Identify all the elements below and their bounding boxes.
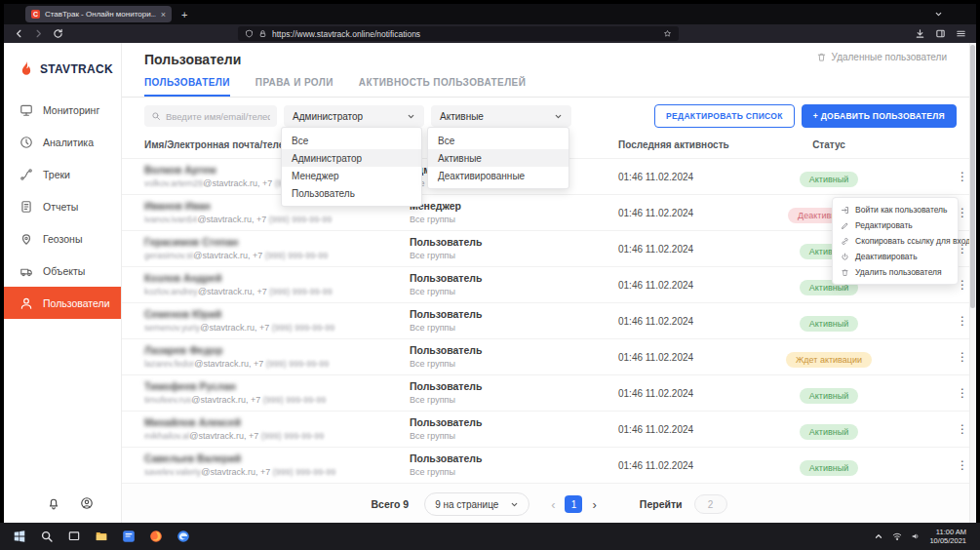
- page-tab[interactable]: АКТИВНОСТЬ ПОЛЬЗОВАТЕЛЕЙ: [359, 77, 526, 97]
- tray-chevron-up-icon[interactable]: [874, 531, 883, 541]
- deleted-users-button[interactable]: Удаленные пользователи: [816, 52, 947, 62]
- dropdown-option[interactable]: Деактивированные: [428, 167, 568, 184]
- edit-list-button[interactable]: РЕДАКТИРОВАТЬ СПИСОК: [654, 104, 795, 128]
- next-page-button[interactable]: ›: [592, 497, 596, 512]
- role-filter-select[interactable]: Администратор: [284, 105, 424, 127]
- user-last-activity: 01:46 11.02.2024: [618, 244, 693, 255]
- sidebar-item[interactable]: Объекты: [4, 255, 121, 287]
- system-tray: 11:00 AM 10/05/2021: [874, 528, 974, 545]
- goto-page-input[interactable]: [694, 494, 727, 514]
- account-icon[interactable]: [80, 496, 94, 510]
- user-last-activity: 01:46 11.02.2024: [618, 352, 693, 363]
- user-role-cell: Пользователь Все группы: [410, 308, 482, 333]
- user-name: Герасимов Степан: [144, 236, 328, 248]
- network-icon[interactable]: [892, 531, 902, 541]
- user-role-cell: Пользователь Все группы: [410, 416, 482, 441]
- downloads-icon[interactable]: [915, 28, 925, 39]
- tab-close-icon[interactable]: ×: [161, 10, 166, 20]
- user-email-domain: @stavtrack.ru, +7: [198, 287, 269, 296]
- row-actions-kebab-icon[interactable]: ⋮: [957, 422, 968, 436]
- app-sidebar: STAVTRACK Мониторинг Аналитика: [4, 43, 122, 523]
- lock-icon[interactable]: [258, 29, 267, 38]
- dropdown-option[interactable]: Все: [428, 132, 568, 149]
- row-actions-kebab-icon[interactable]: ⋮: [957, 314, 968, 328]
- user-phone-blurred: (999) 999-99-99: [265, 251, 329, 260]
- task-view-button[interactable]: [60, 523, 88, 550]
- site-favicon: С: [31, 10, 40, 19]
- context-menu-item[interactable]: Деактивировать: [833, 249, 958, 264]
- chat-app-button[interactable]: [115, 523, 142, 550]
- role-filter-dropdown: Все Администратор Менеджер Пользователь: [281, 127, 422, 207]
- context-menu-icon: [841, 237, 849, 246]
- user-name: Козлов Андрей: [144, 272, 333, 284]
- row-actions-kebab-icon[interactable]: ⋮: [957, 350, 968, 364]
- taskbar-clock[interactable]: 11:00 AM 10/05/2021: [929, 528, 966, 545]
- volume-icon[interactable]: [911, 531, 921, 541]
- context-menu-item[interactable]: Удалить пользователя: [833, 264, 958, 280]
- prev-page-button[interactable]: ‹: [551, 497, 555, 512]
- status-filter-value: Активные: [440, 111, 484, 122]
- url-bar[interactable]: https://www.stavtrack.online/notificatio…: [238, 26, 679, 41]
- forward-icon[interactable]: [33, 28, 44, 39]
- sidebar-item[interactable]: Мониторинг: [4, 94, 121, 126]
- file-explorer-button[interactable]: [88, 523, 115, 550]
- sidebar-item[interactable]: Геозоны: [4, 222, 121, 255]
- user-email-blurred: timofeev.rus: [144, 395, 191, 405]
- user-phone-blurred: (999) 999-99-99: [269, 215, 333, 224]
- dropdown-option[interactable]: Администратор: [282, 149, 421, 167]
- taskbar-search-button[interactable]: [33, 523, 60, 550]
- shield-icon[interactable]: [245, 29, 254, 38]
- user-role: Пользователь: [410, 380, 482, 392]
- sidebar-item[interactable]: Треки: [4, 158, 121, 190]
- user-role-cell: Пользователь Все группы: [410, 272, 482, 296]
- user-name: Лазарев Федор: [144, 344, 329, 356]
- page-tab[interactable]: ПОЛЬЗОВАТЕЛИ: [144, 77, 230, 97]
- table-row: Михайлов Алексей mikhailov.al@stavtrack.…: [122, 411, 976, 447]
- app-logo[interactable]: STAVTRACK: [4, 43, 121, 84]
- sidebar-item[interactable]: Аналитика: [4, 126, 121, 158]
- user-search[interactable]: [144, 105, 277, 127]
- row-actions-kebab-icon[interactable]: ⋮: [957, 458, 968, 472]
- notifications-bell-icon[interactable]: [47, 496, 60, 510]
- new-tab-button[interactable]: +: [181, 9, 187, 20]
- user-phone-blurred: (999) 999-99-99: [273, 467, 336, 477]
- scrollbar-thumb[interactable]: [970, 45, 975, 308]
- add-user-button[interactable]: + ДОБАВИТЬ ПОЛЬЗОВАТЕЛЯ: [802, 104, 957, 128]
- per-page-select[interactable]: 9 на странице: [424, 492, 529, 516]
- search-input[interactable]: [166, 111, 270, 122]
- dropdown-option[interactable]: Пользователь: [282, 184, 421, 202]
- url-text[interactable]: https://www.stavtrack.online/notificatio…: [272, 29, 658, 39]
- dropdown-option[interactable]: Менеджер: [282, 167, 421, 184]
- browser-window: С СтавТрак - Онлайн монитори... × + http…: [4, 4, 976, 523]
- sidebar-item[interactable]: Отчеты: [4, 190, 121, 222]
- row-actions-kebab-icon[interactable]: ⋮: [957, 170, 968, 183]
- user-name: Савельев Валерий: [144, 452, 335, 464]
- app-menu-icon[interactable]: [956, 28, 966, 39]
- firefox-button[interactable]: [142, 523, 170, 550]
- current-page-button[interactable]: 1: [565, 495, 582, 513]
- context-menu-item[interactable]: Редактировать: [833, 217, 958, 233]
- user-role-cell: Пользователь Все группы: [410, 380, 482, 405]
- context-menu-item[interactable]: Скопировать ссылку для входа: [833, 233, 958, 249]
- sidebar-item[interactable]: Пользователи: [4, 287, 121, 319]
- sidebar-item-label: Отчеты: [43, 201, 78, 213]
- user-name: Тимофеев Руслан: [144, 380, 326, 392]
- context-menu-item[interactable]: Войти как пользователь: [833, 202, 958, 217]
- user-contact: timofeev.rus@stavtrack.ru, +7 (999) 999-…: [144, 395, 326, 405]
- folder-icon: [95, 530, 108, 543]
- tab-list-chevron-icon[interactable]: [934, 10, 943, 19]
- bookmark-star-icon[interactable]: [663, 29, 672, 38]
- back-icon[interactable]: [14, 28, 24, 39]
- edge-button[interactable]: [170, 523, 197, 550]
- start-button[interactable]: [6, 523, 33, 550]
- status-filter-select[interactable]: Активные: [431, 105, 571, 127]
- dropdown-option[interactable]: Все: [282, 132, 421, 149]
- refresh-icon[interactable]: [53, 28, 63, 39]
- scrollbar[interactable]: [969, 43, 976, 523]
- page-tab[interactable]: ПРАВА И РОЛИ: [255, 77, 333, 97]
- row-actions-kebab-icon[interactable]: ⋮: [957, 386, 968, 400]
- dropdown-option[interactable]: Активные: [428, 149, 568, 167]
- browser-tab[interactable]: С СтавТрак - Онлайн монитори... ×: [25, 6, 172, 22]
- chevron-down-icon: [510, 500, 519, 509]
- sidebar-panel-icon[interactable]: [935, 28, 946, 39]
